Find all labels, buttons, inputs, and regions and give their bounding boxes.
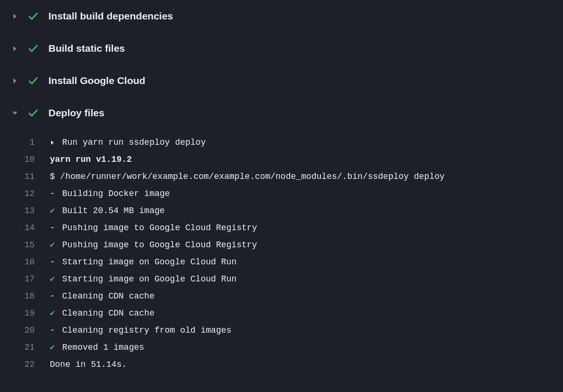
check-icon	[28, 10, 39, 22]
line-content: -Cleaning registry from old images	[50, 322, 231, 339]
log-line[interactable]: 15✔Pushing image to Google Cloud Registr…	[0, 236, 563, 253]
log-line[interactable]: 13✔Built 20.54 MB image	[0, 202, 563, 219]
line-number: 22	[0, 356, 50, 373]
step-title: Install Google Cloud	[48, 75, 145, 86]
step-title: Build static files	[48, 43, 125, 54]
log-text: $ /home/runner/work/example.com/example.…	[50, 168, 445, 185]
step-header[interactable]: Install Google Cloud	[0, 65, 563, 97]
line-content: $ /home/runner/work/example.com/example.…	[50, 168, 445, 185]
log-line[interactable]: 1Run yarn run ssdeploy deploy	[0, 134, 563, 151]
dash-icon: -	[50, 219, 56, 236]
check-icon	[28, 75, 39, 86]
check-icon: ✔	[50, 236, 56, 253]
check-icon: ✔	[50, 305, 56, 322]
step-header[interactable]: Deploy files	[0, 97, 563, 129]
dash-icon: -	[50, 185, 56, 202]
line-number: 13	[0, 202, 50, 219]
log-text: Pushing image to Google Cloud Registry	[62, 219, 257, 236]
step-title: Deploy files	[48, 107, 104, 119]
log-line[interactable]: 17✔Starting image on Google Cloud Run	[0, 271, 563, 288]
chevron-right-icon	[11, 13, 18, 19]
check-icon	[28, 107, 39, 119]
log-text: Done in 51.14s.	[50, 356, 127, 373]
line-number: 17	[0, 271, 50, 288]
line-content: -Cleaning CDN cache	[50, 288, 154, 305]
line-content: Run yarn run ssdeploy deploy	[50, 134, 206, 151]
check-icon: ✔	[50, 339, 56, 356]
line-content: ✔Starting image on Google Cloud Run	[50, 271, 236, 288]
log-text: Cleaning CDN cache	[62, 305, 154, 322]
log-text: Cleaning CDN cache	[62, 288, 154, 305]
line-number: 14	[0, 219, 50, 236]
log-line[interactable]: 10yarn run v1.19.2	[0, 151, 563, 168]
line-content: ✔Removed 1 images	[50, 339, 144, 356]
line-content: yarn run v1.19.2	[50, 151, 132, 168]
line-content: ✔Pushing image to Google Cloud Registry	[50, 236, 257, 253]
line-content: -Building Docker image	[50, 185, 170, 202]
log-text: Cleaning registry from old images	[62, 322, 231, 339]
log-text: yarn run v1.19.2	[50, 151, 132, 168]
chevron-right-icon	[11, 45, 18, 52]
dash-icon: -	[50, 253, 56, 271]
line-content: -Pushing image to Google Cloud Registry	[50, 219, 257, 236]
line-content: ✔Cleaning CDN cache	[50, 305, 154, 322]
line-number: 20	[0, 322, 50, 339]
line-number: 1	[0, 134, 50, 151]
log-text: Starting image on Google Cloud Run	[62, 271, 236, 288]
line-number: 19	[0, 305, 50, 322]
log-line[interactable]: 14-Pushing image to Google Cloud Registr…	[0, 219, 563, 236]
log-line[interactable]: 21✔Removed 1 images	[0, 339, 563, 356]
line-content: -Starting image on Google Cloud Run	[50, 253, 236, 271]
chevron-down-icon	[11, 110, 18, 116]
step-header[interactable]: Build static files	[0, 32, 563, 65]
line-content: Done in 51.14s.	[50, 356, 127, 373]
log-line[interactable]: 11$ /home/runner/work/example.com/exampl…	[0, 168, 563, 185]
dash-icon: -	[50, 288, 56, 305]
log-text: Starting image on Google Cloud Run	[62, 253, 236, 271]
line-number: 18	[0, 288, 50, 305]
dash-icon: -	[50, 322, 56, 339]
check-icon: ✔	[50, 202, 56, 219]
line-number: 15	[0, 236, 50, 253]
log-text: Building Docker image	[62, 185, 170, 202]
log-text: Built 20.54 MB image	[62, 202, 165, 219]
step-header[interactable]: Install build dependencies	[0, 0, 563, 32]
check-icon	[28, 43, 39, 54]
log-line[interactable]: 22Done in 51.14s.	[0, 356, 563, 373]
line-number: 11	[0, 168, 50, 185]
line-number: 12	[0, 185, 50, 202]
chevron-right-icon[interactable]	[50, 140, 56, 145]
line-number: 21	[0, 339, 50, 356]
line-content: ✔Built 20.54 MB image	[50, 202, 165, 219]
line-number: 10	[0, 151, 50, 168]
log-text: Run yarn run ssdeploy deploy	[62, 134, 206, 151]
chevron-right-icon	[11, 77, 18, 84]
step-title: Install build dependencies	[48, 10, 173, 22]
log-text: Removed 1 images	[62, 339, 144, 356]
log-output: 1Run yarn run ssdeploy deploy10yarn run …	[0, 129, 563, 373]
log-line[interactable]: 20-Cleaning registry from old images	[0, 322, 563, 339]
log-line[interactable]: 18-Cleaning CDN cache	[0, 288, 563, 305]
log-text: Pushing image to Google Cloud Registry	[62, 236, 257, 253]
log-line[interactable]: 19✔Cleaning CDN cache	[0, 305, 563, 322]
line-number: 16	[0, 253, 50, 271]
check-icon: ✔	[50, 271, 56, 288]
log-line[interactable]: 16-Starting image on Google Cloud Run	[0, 253, 563, 271]
log-line[interactable]: 12-Building Docker image	[0, 185, 563, 202]
